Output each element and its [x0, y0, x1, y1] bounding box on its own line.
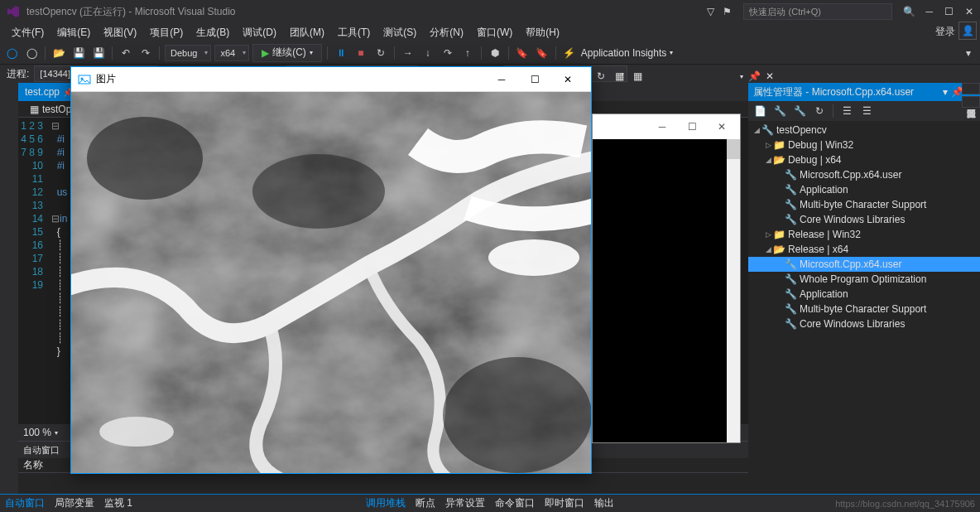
- prop-tool5-icon[interactable]: ☰: [838, 103, 855, 119]
- open-file-icon[interactable]: 📂: [50, 45, 67, 61]
- menu-analyze[interactable]: 分析(N): [423, 24, 470, 41]
- step-into-icon[interactable]: ↓: [420, 45, 436, 61]
- svg-point-7: [87, 117, 203, 200]
- tree-d64-user[interactable]: 🔧Microsoft.Cpp.x64.user: [748, 167, 980, 182]
- maximize-button[interactable]: ☐: [944, 6, 954, 17]
- tree-d64-mb[interactable]: 🔧Multi-byte Character Support: [748, 197, 980, 212]
- menu-help[interactable]: 帮助(H): [519, 24, 566, 41]
- save-icon[interactable]: 💾: [70, 45, 87, 61]
- hex-icon[interactable]: ⬢: [487, 45, 503, 61]
- menu-team[interactable]: 团队(M): [283, 24, 331, 41]
- menu-test[interactable]: 测试(S): [377, 24, 423, 41]
- prop-tool3-icon[interactable]: 🔧: [791, 103, 808, 119]
- console-scroll-thumb[interactable]: [727, 139, 740, 159]
- image-viewer-title: 图片: [96, 72, 485, 86]
- console-body[interactable]: [593, 139, 740, 442]
- panel-close-icon2[interactable]: ✕: [766, 70, 774, 82]
- tree-r64-mb[interactable]: 🔧Multi-byte Character Support: [748, 302, 980, 316]
- status-exceptions-tab[interactable]: 异常设置: [445, 496, 485, 510]
- prop-tool1-icon[interactable]: 📄: [752, 103, 768, 119]
- toolbar-overflow-icon[interactable]: ▾: [960, 45, 977, 61]
- step-out-icon[interactable]: ↑: [459, 45, 476, 61]
- tree-r64-app[interactable]: 🔧Application: [748, 287, 980, 302]
- prop-tool2-icon[interactable]: 🔧: [771, 103, 788, 119]
- menu-view[interactable]: 视图(V): [97, 24, 143, 41]
- step-over-icon[interactable]: ↷: [440, 45, 456, 61]
- tree-r64-user[interactable]: 🔧Microsoft.Cpp.x64.user: [748, 257, 980, 272]
- collapsed-tab-solution-explorer[interactable]: 解决方案资源管理器: [962, 83, 980, 94]
- login-link[interactable]: 登录: [935, 25, 955, 39]
- image-viewer-titlebar[interactable]: 图片 ─ ☐ ✕: [71, 67, 591, 92]
- minimize-button[interactable]: ─: [925, 6, 933, 17]
- console-titlebar[interactable]: ─ ☐ ✕: [593, 114, 740, 139]
- console-minimize[interactable]: ─: [647, 116, 677, 138]
- menu-debug[interactable]: 调试(D): [236, 24, 283, 41]
- stop-icon[interactable]: ■: [353, 45, 369, 61]
- status-callstack-tab[interactable]: 调用堆栈: [366, 496, 406, 510]
- status-command-tab[interactable]: 命令窗口: [495, 496, 535, 510]
- close-button[interactable]: ✕: [965, 6, 973, 17]
- platform-dropdown[interactable]: x64: [214, 45, 249, 61]
- restart-icon[interactable]: ↻: [372, 45, 389, 61]
- undo-icon[interactable]: ↶: [118, 45, 134, 61]
- redo-icon[interactable]: ↷: [137, 45, 154, 61]
- diag-tool2-icon[interactable]: ▦: [631, 70, 644, 83]
- image-viewer-window[interactable]: 图片 ─ ☐ ✕: [70, 66, 592, 474]
- tree-debug-x64[interactable]: ◢📂Debug | x64: [748, 152, 980, 167]
- console-maximize[interactable]: ☐: [677, 116, 707, 138]
- prop-tool4-icon[interactable]: ↻: [811, 103, 828, 119]
- status-output-tab[interactable]: 输出: [594, 496, 614, 510]
- status-breakpoints-tab[interactable]: 断点: [416, 496, 435, 510]
- flag-icon[interactable]: ⚑: [718, 3, 735, 20]
- tree-r64-core[interactable]: 🔧Core Windows Libraries: [748, 316, 980, 331]
- status-watch-tab[interactable]: 监视 1: [104, 496, 132, 510]
- status-immediate-tab[interactable]: 即时窗口: [545, 496, 584, 510]
- save-all-icon[interactable]: 💾: [90, 45, 107, 61]
- tree-root[interactable]: ◢🔧testOpencv: [748, 123, 980, 138]
- marker2-icon[interactable]: 🔖: [534, 45, 550, 61]
- app-insights-dropdown[interactable]: Application Insights ▾: [581, 47, 673, 59]
- svg-point-5: [488, 239, 579, 276]
- menu-tools[interactable]: 工具(T): [331, 24, 377, 41]
- search-icon[interactable]: 🔍: [901, 3, 917, 20]
- show-next-icon[interactable]: →: [400, 45, 416, 61]
- status-locals-tab[interactable]: 局部变量: [55, 496, 94, 510]
- zoom-level[interactable]: 100 %: [23, 427, 51, 438]
- collapsed-tab-team-explorer[interactable]: 团队资源管理器: [962, 96, 980, 108]
- quick-launch-input[interactable]: 快速启动 (Ctrl+Q): [743, 3, 892, 20]
- nav-back-icon[interactable]: ◯: [3, 45, 20, 61]
- bolt-icon[interactable]: ⚡: [561, 45, 578, 61]
- tree-release-win32[interactable]: ▷📁Release | Win32: [748, 227, 980, 242]
- prop-tool6-icon[interactable]: ☰: [858, 103, 875, 119]
- config-dropdown[interactable]: Debug: [165, 45, 211, 61]
- tree-d64-app[interactable]: 🔧Application: [748, 182, 980, 197]
- panel-dropdown-icon[interactable]: ▾: [943, 86, 948, 98]
- image-viewer-close[interactable]: ✕: [551, 68, 584, 91]
- image-viewer-minimize[interactable]: ─: [485, 68, 518, 91]
- tree-d64-core[interactable]: 🔧Core Windows Libraries: [748, 212, 980, 227]
- tree-release-x64[interactable]: ◢📂Release | x64: [748, 242, 980, 257]
- tree-debug-win32[interactable]: ▷📁Debug | Win32: [748, 138, 980, 152]
- console-window[interactable]: ─ ☐ ✕: [592, 114, 741, 443]
- menu-window[interactable]: 窗口(W): [470, 24, 519, 41]
- continue-button[interactable]: ▶ 继续(C) ▾: [252, 44, 322, 62]
- menu-edit[interactable]: 编辑(E): [50, 24, 97, 41]
- diag-tool1-icon[interactable]: ▦: [612, 70, 626, 83]
- pause-icon[interactable]: ⏸: [333, 45, 349, 61]
- tree-r64-wpo[interactable]: 🔧Whole Program Optimization: [748, 272, 980, 287]
- zoom-dropdown-icon[interactable]: ▾: [55, 429, 58, 437]
- menu-project[interactable]: 项目(P): [143, 24, 190, 41]
- console-scrollbar[interactable]: [727, 139, 740, 442]
- marker-icon[interactable]: 🔖: [514, 45, 531, 61]
- console-close[interactable]: ✕: [707, 116, 737, 138]
- status-autos-tab[interactable]: 自动窗口: [5, 496, 45, 510]
- avatar-icon[interactable]: 👤: [958, 22, 977, 40]
- menu-file[interactable]: 文件(F): [5, 24, 50, 41]
- nav-fwd-icon[interactable]: ◯: [23, 45, 40, 61]
- filter-icon[interactable]: ▽: [702, 3, 718, 20]
- menu-build[interactable]: 生成(B): [190, 24, 236, 41]
- panel-pin-icon2[interactable]: 📌: [748, 70, 761, 82]
- diag-refresh-icon[interactable]: ↻: [594, 70, 608, 83]
- image-viewer-maximize[interactable]: ☐: [518, 68, 551, 91]
- panel-dropdown-icon2[interactable]: ▾: [740, 73, 743, 80]
